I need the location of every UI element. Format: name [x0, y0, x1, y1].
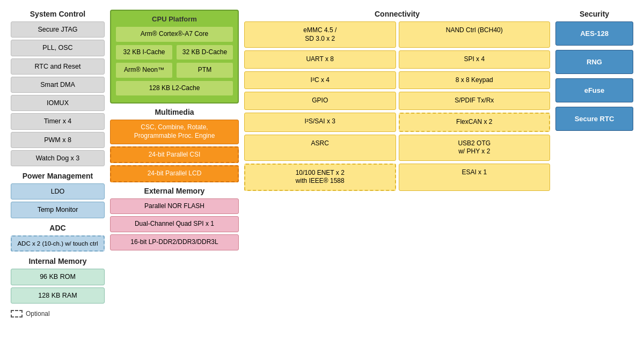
adc-block: ADC x 2 (10-ch.) w/ touch ctrl [11, 235, 105, 252]
spdif-block: S/PDIF Tx/Rx [399, 92, 551, 110]
connectivity-title: Connectivity [244, 10, 550, 18]
aes-block: AES-128 [555, 21, 633, 46]
asrc-block: ASRC [244, 135, 396, 161]
multimedia-section: Multimedia CSC, Combine, Rotate, Program… [110, 108, 239, 182]
enet-block: 10/100 ENET x 2 with IEEE® 1588 [244, 164, 396, 191]
spi-block: SPI x 4 [399, 50, 551, 69]
temp-monitor-block: Temp Monitor [11, 202, 105, 218]
csi-block: 24-bit Parallel CSI [110, 146, 239, 164]
i2c-block: I²C x 4 [244, 71, 396, 90]
lpddr-block: 16-bit LP-DDR2/DDR3/DDR3L [110, 234, 239, 250]
flexcan-block: FlexCAN x 2 [399, 113, 551, 132]
secure-jtag-block: Secure JTAG [11, 21, 105, 38]
system-control-title: System Control [11, 10, 105, 18]
csc-block: CSC, Combine, Rotate, Programmable Proc.… [110, 120, 239, 144]
nand-ctrl-block: NAND Ctrl (BCH40) [399, 21, 551, 48]
nor-flash-block: Parallel NOR FLASH [110, 198, 239, 215]
usb2-block: USB2 OTG w/ PHY x 2 [399, 135, 551, 161]
external-memory-section: External Memory Parallel NOR FLASH Dual-… [110, 187, 239, 250]
keypad-block: 8 x 8 Keypad [399, 71, 551, 90]
legend-text: Optional [26, 310, 50, 317]
i2s-block: I²S/SAI x 3 [244, 113, 396, 132]
column-cpu: CPU Platform Arm® Cortex®-A7 Core 32 KB … [110, 10, 239, 342]
rng-block: RNG [555, 50, 633, 74]
rom-block: 96 KB ROM [11, 269, 105, 285]
connectivity-grid: eMMC 4.5 / SD 3.0 x 2 NAND Ctrl (BCH40) … [244, 21, 550, 191]
timer-block: Timer x 4 [11, 113, 105, 129]
cortex-block: Arm® Cortex®-A7 Core [115, 26, 233, 42]
cache-row: 32 KB I-Cache 32 KB D-Cache [115, 45, 233, 61]
legend-box [11, 310, 23, 317]
efuse-block: eFuse [555, 78, 633, 102]
internal-memory-title: Internal Memory [11, 257, 105, 265]
power-management-title: Power Management [11, 172, 105, 180]
external-memory-title: External Memory [110, 187, 239, 195]
column-connectivity: Connectivity eMMC 4.5 / SD 3.0 x 2 NAND … [244, 10, 550, 342]
cpu-platform-box: CPU Platform Arm® Cortex®-A7 Core 32 KB … [110, 10, 239, 104]
secure-rtc-block: Secure RTC [555, 107, 633, 131]
cpu-platform-title: CPU Platform [115, 15, 233, 23]
neon-block: Arm® Neon™ [115, 62, 173, 78]
icache-block: 32 KB I-Cache [115, 45, 173, 61]
column-security: Security AES-128 RNG eFuse Secure RTC [555, 10, 633, 342]
gpio-block: GPIO [244, 92, 396, 110]
neon-ptm-row: Arm® Neon™ PTM [115, 62, 233, 78]
l2cache-block: 128 KB L2-Cache [115, 80, 233, 97]
adc-title: ADC [11, 224, 105, 232]
security-title: Security [555, 10, 633, 18]
uart-block: UART x 8 [244, 50, 396, 69]
quad-spi-block: Dual-Channel Quad SPI x 1 [110, 216, 239, 232]
smart-dma-block: Smart DMA [11, 77, 105, 93]
watchdog-block: Watch Dog x 3 [11, 150, 105, 166]
iomux-block: IOMUX [11, 95, 105, 111]
ram-block: 128 KB RAM [11, 287, 105, 304]
emmc-block: eMMC 4.5 / SD 3.0 x 2 [244, 21, 396, 48]
pwm-block: PWM x 8 [11, 132, 105, 148]
column-system: System Control Secure JTAG PLL, OSC RTC … [11, 10, 105, 342]
esai-block: ESAI x 1 [399, 164, 551, 191]
rtc-reset-block: RTC and Reset [11, 58, 105, 75]
dcache-block: 32 KB D-Cache [176, 45, 233, 61]
lcd-block: 24-bit Parallel LCD [110, 165, 239, 182]
pll-osc-block: PLL, OSC [11, 40, 105, 56]
multimedia-title: Multimedia [110, 108, 239, 116]
ptm-block: PTM [176, 62, 233, 78]
ldo-block: LDO [11, 183, 105, 200]
